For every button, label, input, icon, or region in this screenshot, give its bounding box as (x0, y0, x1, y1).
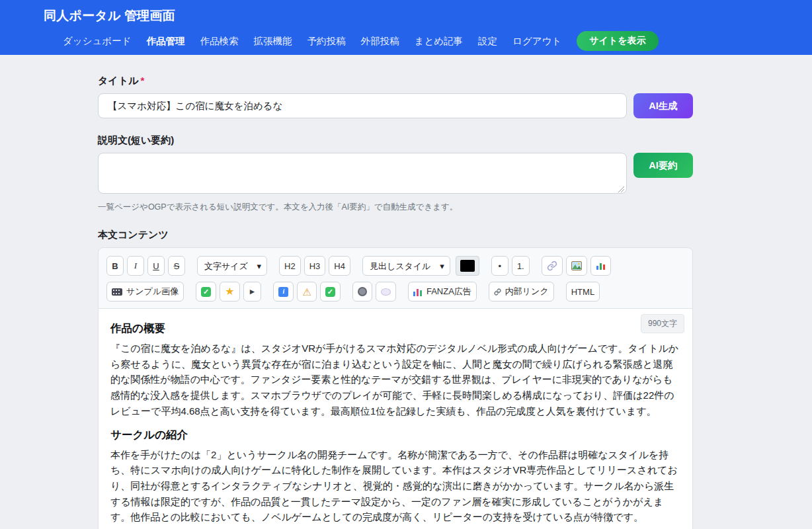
title-section: タイトル* AI生成 (98, 75, 812, 118)
toolbar-row-1: B I U S 文字サイズ H2 H3 H4 (106, 256, 684, 276)
arrow-insert-button[interactable]: ► (243, 282, 262, 302)
nav-dashboard[interactable]: ダッシュボード (63, 35, 132, 48)
chart-button[interactable] (590, 256, 611, 276)
summary-textarea-wrap (98, 153, 627, 196)
image-icon (571, 261, 582, 270)
fanza-chart-icon (413, 288, 423, 296)
italic-button[interactable]: I (127, 256, 144, 276)
summary-textarea[interactable] (98, 153, 627, 194)
check-icon: ✓ (325, 287, 335, 297)
toolbar-row-2: サンプル画像 ✓ ★ ► i (106, 282, 684, 302)
link-button[interactable] (542, 256, 563, 276)
heading-group: H2 H3 H4 (279, 256, 350, 276)
warning-icon: ⚠ (302, 287, 311, 297)
insert-group (542, 256, 611, 276)
fanza-ad-button[interactable]: FANZA広告 (408, 282, 477, 302)
internal-link-button[interactable]: 内部リンク (489, 282, 554, 302)
underline-button[interactable]: U (147, 256, 165, 276)
fanza-ad-label: FANZA広告 (426, 286, 471, 298)
section-paragraph-circle: 本作を手がけたのは「2」というサークル名の開発チームです。名称が簡潔である一方で… (110, 447, 680, 525)
circle-icon (358, 287, 367, 296)
image-button[interactable] (566, 256, 587, 276)
nav-work-search[interactable]: 作品検索 (200, 35, 239, 48)
info-icon: i (278, 287, 288, 297)
list-group: • 1. (491, 256, 530, 276)
nav-logout[interactable]: ログアウト (512, 35, 561, 48)
check-icon: ✓ (201, 287, 211, 297)
ai-summary-button[interactable]: AI要約 (633, 153, 693, 178)
star-icon: ★ (225, 286, 234, 297)
sample-image-label: サンプル画像 (126, 286, 179, 298)
internal-link-icon (494, 288, 501, 296)
speech-bubble-icon (381, 288, 391, 296)
section-heading-circle: サークルの紹介 (110, 426, 680, 443)
title-label: タイトル* (98, 75, 812, 87)
nav-summary-articles[interactable]: まとめ記事 (415, 35, 464, 48)
sample-image-group: サンプル画像 (106, 282, 184, 302)
body-content-label: 本文コンテンツ (98, 229, 812, 241)
app-title: 同人ポータル 管理画面 (44, 7, 796, 24)
section-heading-overview: 作品の概要 (110, 319, 680, 337)
nav-extensions[interactable]: 拡張機能 (254, 35, 292, 48)
strikethrough-button[interactable]: S (168, 256, 185, 276)
main-content: タイトル* AI生成 説明文(短い要約) AI要約 一覧ページやOGPで表示され… (0, 55, 812, 529)
warning-box-button[interactable]: ⚠ (297, 282, 316, 302)
star-insert-button[interactable]: ★ (220, 282, 239, 302)
bullet-list-button[interactable]: • (491, 256, 508, 276)
title-label-text: タイトル (98, 75, 138, 86)
sample-image-button[interactable]: サンプル画像 (106, 282, 184, 302)
misc-group (352, 282, 396, 302)
heading-style-select-wrap: 見出しスタイル (362, 256, 450, 276)
html-group: HTML (566, 282, 600, 302)
heading-style-group: 見出しスタイル (362, 256, 479, 276)
section-paragraph-overview: 『この宿に魔女を泊めるな』は、スタジオVRが手がけるスマホ対応のデジタルノベル形… (110, 341, 680, 419)
required-mark: * (140, 75, 144, 86)
check-insert-button[interactable]: ✓ (196, 282, 216, 302)
app-header: 同人ポータル 管理画面 ダッシュボード 作品管理 作品検索 拡張機能 予約投稿 … (0, 0, 812, 55)
info-box-button[interactable]: i (273, 282, 294, 302)
nav-work-management[interactable]: 作品管理 (147, 35, 185, 48)
bar-chart-icon (596, 261, 606, 270)
view-site-button[interactable]: サイトを表示 (577, 31, 658, 51)
h2-button[interactable]: H2 (279, 256, 301, 276)
text-color-picker[interactable] (456, 256, 479, 276)
main-nav: ダッシュボード 作品管理 作品検索 拡張機能 予約投稿 外部投稿 まとめ記事 設… (63, 31, 796, 51)
callout-group: i ⚠ ✓ (273, 282, 340, 302)
speech-bubble-button[interactable] (376, 282, 396, 302)
film-icon (112, 288, 122, 296)
summary-section: 説明文(短い要約) AI要約 一覧ページやOGPで表示される短い説明文です。本文… (98, 134, 812, 213)
ai-generate-button[interactable]: AI生成 (633, 93, 693, 118)
editor-toolbar: B I U S 文字サイズ H2 H3 H4 (98, 247, 693, 309)
arrow-icon: ► (249, 288, 257, 296)
nav-scheduled-posts[interactable]: 予約投稿 (307, 35, 346, 48)
link-icon (547, 261, 557, 271)
summary-label: 説明文(短い要約) (98, 134, 812, 147)
html-button[interactable]: HTML (566, 282, 600, 302)
ordered-list-button[interactable]: 1. (512, 256, 530, 276)
symbol-group-1: ✓ ★ ► (196, 282, 261, 302)
internal-link-group: 内部リンク (489, 282, 554, 302)
font-size-select-wrap: 文字サイズ (197, 256, 267, 276)
format-group: B I U S (106, 256, 185, 276)
success-box-button[interactable]: ✓ (320, 282, 341, 302)
circle-insert-button[interactable] (352, 282, 372, 302)
fanza-group: FANZA広告 (408, 282, 477, 302)
heading-style-select[interactable]: 見出しスタイル (362, 256, 450, 276)
color-swatch (460, 260, 475, 272)
h4-button[interactable]: H4 (329, 256, 350, 276)
title-input[interactable] (98, 93, 627, 118)
nav-external-posts[interactable]: 外部投稿 (361, 35, 399, 48)
rich-text-editor: B I U S 文字サイズ H2 H3 H4 (98, 247, 693, 529)
h3-button[interactable]: H3 (304, 256, 326, 276)
font-size-select[interactable]: 文字サイズ (197, 256, 267, 276)
char-count-badge: 990文字 (641, 314, 684, 333)
summary-helper-text: 一覧ページやOGPで表示される短い説明文です。本文を入力後「AI要約」で自動生成… (98, 202, 812, 213)
bold-button[interactable]: B (106, 256, 124, 276)
editor-content-area[interactable]: 990文字 作品の概要 『この宿に魔女を泊めるな』は、スタジオVRが手がけるスマ… (98, 309, 693, 529)
nav-settings[interactable]: 設定 (478, 35, 497, 48)
internal-link-label: 内部リンク (505, 286, 549, 298)
